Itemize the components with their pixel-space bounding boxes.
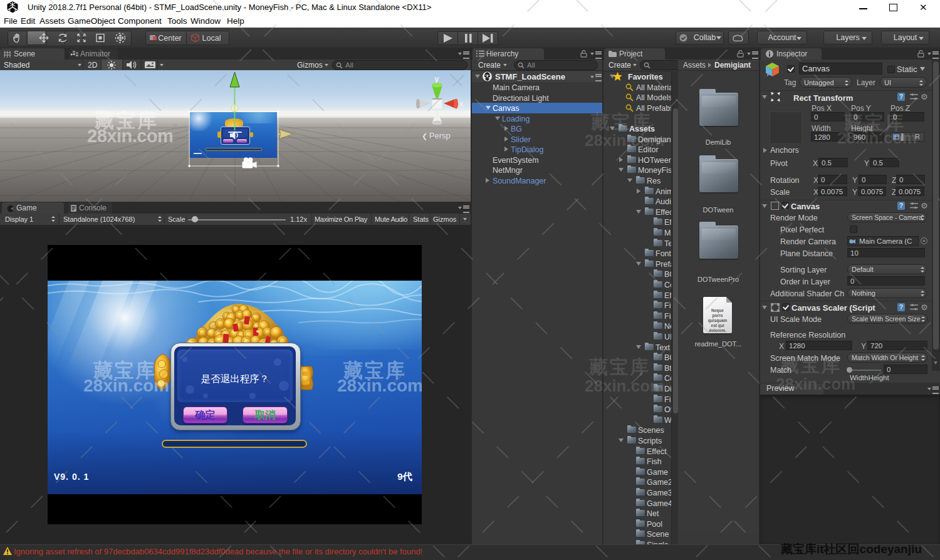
svg-text:?: ? — [899, 304, 903, 311]
svg-text:y: y — [434, 74, 439, 83]
svg-text:x: x — [459, 99, 464, 108]
svg-text:?: ? — [899, 93, 903, 100]
svg-text:?: ? — [899, 202, 903, 209]
